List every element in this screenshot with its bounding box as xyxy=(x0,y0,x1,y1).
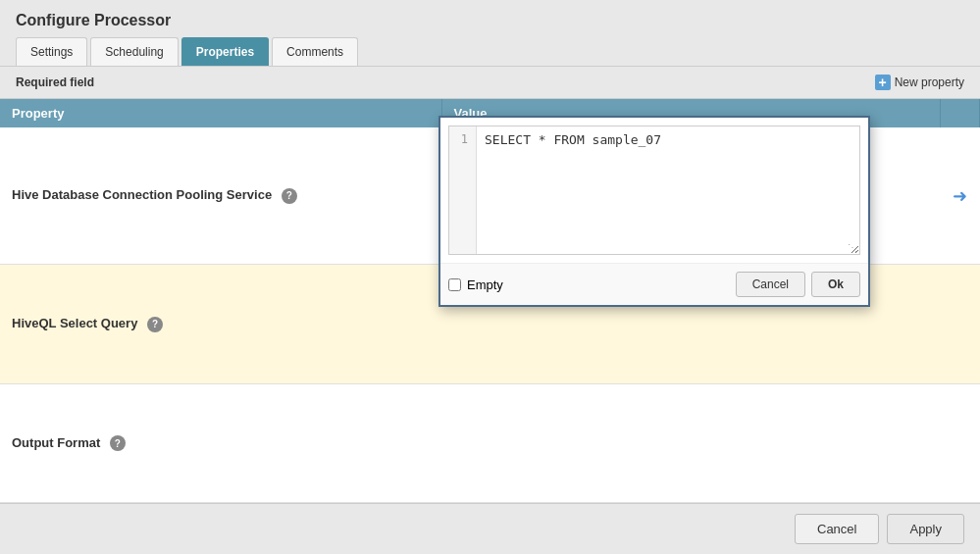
cancel-button[interactable]: Cancel xyxy=(795,514,879,544)
property-name-cell: Output Format ? xyxy=(0,383,441,502)
help-icon[interactable]: ? xyxy=(110,435,126,451)
required-field-label: Required field xyxy=(16,76,94,89)
tab-comments[interactable]: Comments xyxy=(272,37,358,66)
edit-popup-inner: 1 SELECT * FROM sample_07 ⋱ xyxy=(440,118,868,263)
property-name-cell: Hive Database Connection Pooling Service… xyxy=(0,127,441,265)
value-cell[interactable] xyxy=(441,383,941,502)
popup-footer: Empty Cancel Ok xyxy=(440,263,868,305)
empty-checkbox-row: Empty xyxy=(448,277,503,292)
arrow-right-icon[interactable]: ➜ xyxy=(953,186,967,206)
ok-button[interactable]: Ok xyxy=(811,272,860,297)
column-header-action xyxy=(941,99,980,127)
property-name-cell: HiveQL Select Query ? xyxy=(0,265,441,383)
popup-buttons: Cancel Ok xyxy=(736,272,860,297)
action-cell: ➜ xyxy=(941,127,980,265)
action-cell xyxy=(941,265,980,383)
action-cell xyxy=(941,383,980,502)
help-icon[interactable]: ? xyxy=(147,317,163,332)
cancel-popup-button[interactable]: Cancel xyxy=(736,272,805,297)
empty-checkbox[interactable] xyxy=(448,278,461,291)
code-editor-area: 1 SELECT * FROM sample_07 ⋱ xyxy=(448,126,860,255)
line-numbers: 1 xyxy=(449,126,477,254)
help-icon[interactable]: ? xyxy=(282,188,297,204)
tab-properties[interactable]: Properties xyxy=(181,37,269,66)
property-name: Output Format xyxy=(12,435,100,450)
required-field-bar: Required field + New property xyxy=(0,67,980,99)
configure-processor-dialog: Configure Processor Settings Scheduling … xyxy=(0,0,980,554)
table-row: Output Format ? xyxy=(0,383,980,502)
property-name: HiveQL Select Query xyxy=(12,316,137,330)
code-editor-textarea[interactable]: SELECT * FROM sample_07 xyxy=(477,126,859,254)
tabs-bar: Settings Scheduling Properties Comments xyxy=(0,37,980,67)
property-name: Hive Database Connection Pooling Service xyxy=(12,187,272,202)
tab-settings[interactable]: Settings xyxy=(16,37,87,66)
dialog-title: Configure Processor xyxy=(0,0,980,37)
column-header-property: Property xyxy=(0,99,441,127)
tab-scheduling[interactable]: Scheduling xyxy=(90,37,178,66)
bottom-bar: Cancel Apply xyxy=(0,503,980,554)
plus-icon: + xyxy=(875,75,891,90)
resize-handle-icon[interactable]: ⋱ xyxy=(848,242,857,252)
new-property-button[interactable]: + New property xyxy=(875,75,964,90)
edit-popup: 1 SELECT * FROM sample_07 ⋱ Empty Cancel… xyxy=(438,116,870,307)
line-number: 1 xyxy=(457,132,468,146)
new-property-label: New property xyxy=(895,76,964,89)
empty-label: Empty xyxy=(467,277,503,292)
content-area: Required field + New property Property V… xyxy=(0,67,980,503)
apply-button[interactable]: Apply xyxy=(887,514,964,544)
